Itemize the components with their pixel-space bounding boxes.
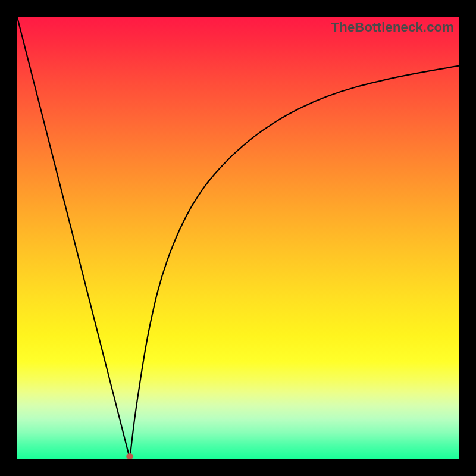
curve-right-branch: [130, 66, 459, 459]
curve-left-branch: [17, 17, 130, 459]
chart-frame: TheBottleneck.com: [0, 0, 476, 476]
curve-layer: [17, 17, 459, 459]
plot-area: TheBottleneck.com: [17, 17, 459, 459]
minimum-marker: [126, 453, 133, 459]
